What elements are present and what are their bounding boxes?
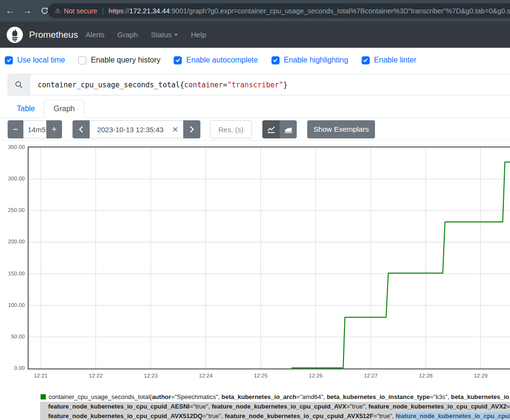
legend-segment: ="true", — [202, 412, 224, 420]
x-tick-label: 12:25 — [254, 373, 268, 378]
back-icon: ← — [5, 5, 15, 16]
legend-segment: feature_node_kubernetes_io_cpu_cpuid_AVX… — [396, 412, 510, 420]
nav-item-alerts[interactable]: Alerts — [85, 31, 104, 39]
x-tick-label: 12:23 — [144, 373, 158, 378]
query-token-string: "transcriber" — [227, 81, 283, 89]
option-enable-highlighting[interactable]: Enable highlighting — [271, 56, 348, 64]
legend-segment: ="true", — [189, 403, 211, 410]
options-row: Use local timeEnable query historyEnable… — [0, 48, 510, 73]
checkbox-enable-highlighting[interactable] — [271, 56, 280, 64]
x-tick-label: 12:26 — [309, 373, 323, 378]
query-token-plain: container_cpu_usage_seconds_total{ — [38, 81, 184, 89]
legend-swatch-icon — [41, 394, 46, 399]
nav-item-status[interactable]: Status — [151, 31, 178, 39]
option-enable-linter[interactable]: Enable linter — [362, 56, 416, 64]
option-enable-query-history[interactable]: Enable query history — [78, 56, 160, 64]
y-tick-label: 350.00 — [0, 144, 25, 150]
datetime-input[interactable] — [90, 126, 171, 134]
warning-icon: ⚠ — [55, 7, 61, 14]
increase-duration-button[interactable]: + — [46, 120, 62, 138]
prometheus-navbar: Prometheus Alerts Graph Status Help — [0, 21, 510, 48]
url-path: :9001/graph?g0.expr=container_cpu_usage_… — [170, 7, 510, 15]
legend-segment: ="true", — [346, 403, 368, 410]
checkbox-enable-query-history[interactable] — [78, 56, 86, 64]
chart-type-toggle — [262, 120, 297, 138]
legend-segment: ="Speechmatics", — [171, 393, 222, 400]
x-tick-label: 12:24 — [199, 373, 213, 378]
query-token-plain: = — [223, 81, 227, 89]
not-secure-label[interactable]: Not secure — [64, 7, 97, 15]
line-chart-icon — [267, 126, 275, 134]
y-tick-label: 0.00 — [0, 365, 25, 371]
datetime-box: ✕ — [90, 120, 183, 138]
back-button[interactable]: ← — [3, 4, 17, 18]
search-addon — [8, 74, 30, 95]
legend-segment: beta_kubernetes_io_os — [451, 393, 510, 400]
option-label: Enable query history — [91, 56, 160, 64]
prometheus-logo-icon[interactable] — [7, 27, 23, 43]
brand-title[interactable]: Prometheus — [29, 30, 78, 40]
search-icon — [15, 81, 23, 89]
legend-line: feature_node_kubernetes_io_cpu_cpuid_AES… — [40, 402, 510, 411]
x-tick-label: 12:21 — [34, 373, 48, 378]
url-host: 172.21.34.44 — [129, 7, 170, 15]
chevron-left-icon — [78, 126, 84, 133]
query-token-plain: } — [283, 81, 288, 89]
address-bar[interactable]: ⚠ Not secure | https://172.21.34.44:9001… — [48, 3, 510, 18]
resolution-input[interactable] — [210, 120, 252, 138]
x-tick-label: 12:29 — [474, 373, 488, 378]
graph-controls: − + ✕ Show Exemplars — [0, 120, 510, 140]
option-use-local-time[interactable]: Use local time — [5, 56, 65, 64]
url-separator: :// — [124, 7, 129, 15]
x-tick-label: 12:27 — [364, 373, 378, 378]
legend-line: feature_node_kubernetes_io_cpu_cpuid_AVX… — [40, 411, 510, 420]
legend-segment: feature_node_kubernetes_io_cpu_cpuid_AVX… — [225, 412, 374, 420]
show-exemplars-button[interactable]: Show Exemplars — [307, 120, 375, 138]
legend-segment: beta_kubernetes_io_instance_type — [327, 393, 430, 400]
plot-svg — [29, 147, 510, 368]
legend-segment: feature_node_kubernetes_io_cpu_cpuid_AVX — [212, 403, 346, 410]
stacked-chart-icon — [284, 126, 292, 134]
stacked-chart-button[interactable] — [280, 120, 297, 138]
legend-segment: feature_node_kubernetes_io_cpu_cpuid_AES… — [48, 403, 189, 410]
legend-line: container_cpu_usage_seconds_total{author… — [40, 392, 510, 402]
legend-segment: ="true", — [374, 412, 396, 420]
tab-graph[interactable]: Graph — [44, 100, 84, 118]
query-bar: container_cpu_usage_seconds_total{contai… — [8, 74, 510, 95]
option-enable-autocomplete[interactable]: Enable autocomplete — [174, 56, 258, 64]
query-token-label: container — [184, 81, 223, 89]
forward-button[interactable]: → — [20, 4, 34, 18]
legend-item[interactable]: container_cpu_usage_seconds_total{author… — [40, 392, 510, 420]
checkbox-enable-autocomplete[interactable] — [174, 56, 182, 64]
chart-region: 0.0050.00100.00150.00200.00250.00300.003… — [0, 140, 510, 390]
decrease-duration-button[interactable]: − — [8, 120, 23, 138]
url-text: https://172.21.34.44:9001/graph?g0.expr=… — [109, 7, 510, 15]
y-tick-label: 50.00 — [0, 334, 25, 339]
checkbox-enable-linter[interactable] — [362, 56, 370, 64]
datetime-control: ✕ — [73, 120, 200, 138]
chevron-down-icon — [174, 34, 178, 36]
forward-icon: → — [22, 5, 32, 16]
checkbox-use-local-time[interactable] — [5, 56, 13, 64]
y-tick-label: 250.00 — [0, 207, 25, 213]
url-divider: | — [102, 7, 104, 15]
previous-time-button[interactable] — [73, 120, 90, 138]
nav-item-graph[interactable]: Graph — [117, 31, 138, 39]
line-chart-button[interactable] — [262, 120, 280, 138]
legend-segment: author — [152, 393, 171, 400]
y-tick-label: 100.00 — [0, 302, 25, 308]
url-scheme: https — [109, 7, 124, 15]
option-label: Enable highlighting — [284, 56, 348, 64]
nav-item-help[interactable]: Help — [191, 31, 206, 39]
x-tick-label: 12:28 — [419, 373, 433, 378]
tab-table[interactable]: Table — [8, 100, 44, 117]
next-time-button[interactable] — [183, 120, 200, 138]
query-input[interactable]: container_cpu_usage_seconds_total{contai… — [30, 74, 510, 95]
chevron-right-icon — [189, 126, 195, 133]
legend-segment: ="true", — [507, 403, 510, 410]
plot-area[interactable] — [28, 147, 510, 369]
nav-item-status-label: Status — [151, 31, 172, 39]
duration-input[interactable] — [23, 120, 46, 138]
clear-datetime-icon[interactable]: ✕ — [171, 125, 183, 134]
legend-segment: beta_kubernetes_io_arch — [221, 393, 296, 400]
